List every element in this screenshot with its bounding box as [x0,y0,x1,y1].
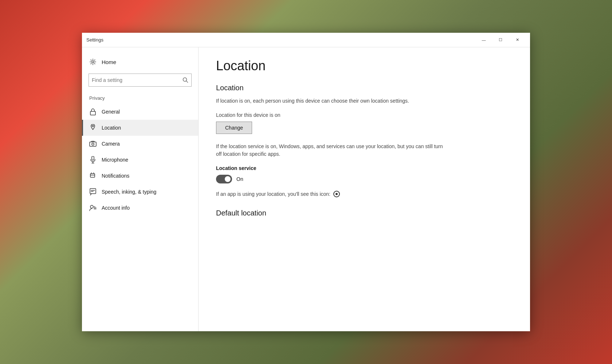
sidebar-item-notifications[interactable]: Notifications [82,168,198,184]
microphone-icon [89,156,97,163]
search-input[interactable] [92,77,183,83]
default-location-title: Default location [216,209,513,217]
minimize-button[interactable]: — [475,34,492,46]
home-gear-icon [89,58,97,66]
main-content: Location Location If location is on, eac… [199,47,530,331]
location-description: If location is on, each person using thi… [216,97,449,105]
svg-point-6 [92,143,94,145]
account-icon [89,204,97,211]
sidebar-item-camera[interactable]: Camera [82,136,198,152]
microphone-nav-label: Microphone [102,157,128,163]
home-label: Home [102,59,116,65]
close-button[interactable]: ✕ [509,34,526,46]
speech-nav-label: Speech, inking, & typing [102,189,156,195]
account-info-nav-label: Account info [102,205,130,211]
sidebar-item-location[interactable]: Location [82,120,198,136]
privacy-section-label: Privacy [82,94,198,104]
location-service-toggle[interactable] [216,175,232,183]
camera-nav-label: Camera [102,141,120,147]
svg-point-4 [92,125,94,127]
location-section-title: Location [216,84,513,92]
sidebar: Home Privacy [82,47,199,331]
speech-icon [89,188,97,195]
icon-notice-text: If an app is using your location, you'll… [216,191,330,197]
sidebar-item-general[interactable]: General [82,104,198,120]
title-bar: Settings — ☐ ✕ [82,33,530,47]
location-dot [336,193,338,195]
sidebar-item-speech[interactable]: Speech, inking, & typing [82,184,198,200]
home-nav-item[interactable]: Home [82,55,198,69]
location-nav-label: Location [102,125,121,131]
icon-notice: If an app is using your location, you'll… [216,191,513,197]
svg-rect-10 [90,174,95,177]
general-nav-label: General [102,109,120,115]
window-body: Home Privacy [82,47,530,331]
window-controls: — ☐ ✕ [475,34,526,46]
toggle-row: On [216,175,513,183]
svg-rect-5 [90,142,96,146]
svg-point-17 [90,205,93,208]
sidebar-item-account-info[interactable]: Account info [82,200,198,216]
notifications-icon [89,172,97,179]
change-button[interactable]: Change [216,122,252,134]
device-status: Location for this device is on [216,112,513,118]
page-title: Location [216,58,513,74]
notifications-nav-label: Notifications [102,173,129,179]
toggle-knob [225,176,231,182]
settings-window: Settings — ☐ ✕ Home [82,33,530,331]
camera-icon [89,140,97,147]
svg-rect-3 [90,111,95,115]
svg-rect-14 [90,189,96,194]
location-service-label: Location service [216,165,513,171]
location-indicator-icon [333,191,340,197]
svg-line-2 [187,81,188,83]
svg-point-0 [92,61,94,63]
location-nav-icon [89,124,97,131]
window-title: Settings [86,37,103,43]
lock-icon [89,108,97,115]
svg-rect-7 [92,156,94,160]
toggle-state-label: On [236,176,243,182]
search-icon [183,77,188,83]
sidebar-item-microphone[interactable]: Microphone [82,152,198,168]
search-box[interactable] [89,74,192,87]
service-description: If the location service is on, Windows, … [216,143,449,158]
maximize-button[interactable]: ☐ [492,34,509,46]
